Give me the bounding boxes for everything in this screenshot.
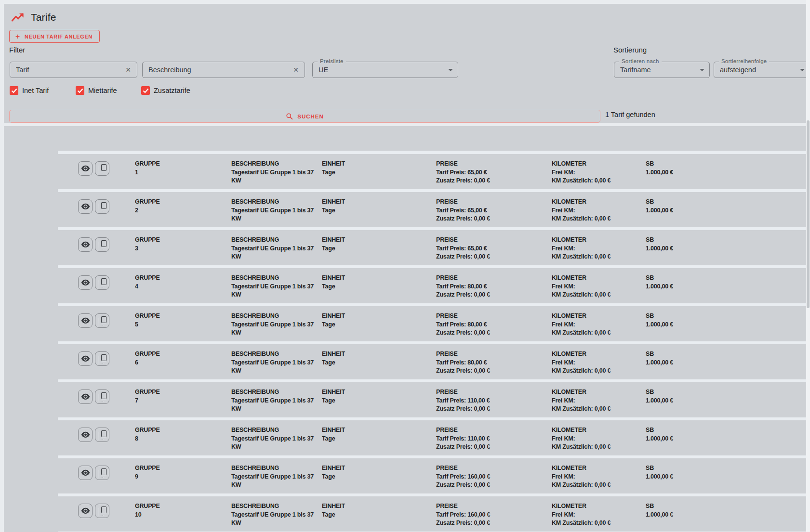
- eye-icon: [81, 317, 90, 324]
- gruppe-value: 2: [135, 207, 231, 215]
- new-tariff-label: NEUEN TARIF ANLEGEN: [25, 34, 93, 39]
- sortierung-heading: Sortierung: [613, 46, 647, 54]
- preise-cell: PREISE Tarif Preis: 65,00 € Zusatz Preis…: [436, 198, 552, 222]
- tarif-preis-value: Tarif Preis: 80,00 €: [436, 359, 552, 367]
- einheit-value: Tage: [322, 169, 436, 177]
- copy-icon: [98, 506, 106, 516]
- gruppe-label: GRUPPE: [135, 350, 231, 358]
- km-zusatz-value: KM Zusätzlich: 0,00 €: [552, 215, 646, 223]
- einheit-cell: EINHEIT Tage: [322, 312, 436, 329]
- sb-cell: SB 1.000,00 €: [646, 350, 806, 367]
- gruppe-value: 8: [135, 435, 231, 443]
- kilometer-label: KILOMETER: [552, 502, 646, 510]
- einheit-label: EINHEIT: [322, 198, 436, 206]
- preise-cell: PREISE Tarif Preis: 160,00 € Zusatz Prei…: [436, 502, 552, 527]
- kilometer-label: KILOMETER: [552, 388, 646, 396]
- copy-group-button[interactable]: [95, 161, 109, 176]
- sortieren-nach-select[interactable]: Sortieren nach Tarifname: [614, 62, 710, 78]
- km-zusatz-value: KM Zusätzlich: 0,00 €: [552, 253, 646, 261]
- preise-cell: PREISE Tarif Preis: 80,00 € Zusatz Preis…: [436, 312, 552, 337]
- checkbox-miettarife[interactable]: Miettarife: [76, 86, 117, 95]
- einheit-value: Tage: [322, 283, 436, 291]
- group-rows-list: GRUPPE 1 BESCHREIBUNG Tagestarif UE Grup…: [58, 151, 806, 532]
- clear-icon[interactable]: ✕: [124, 66, 132, 74]
- copy-group-button[interactable]: [95, 237, 109, 252]
- view-group-button[interactable]: [78, 237, 93, 252]
- gruppe-label: GRUPPE: [135, 502, 231, 510]
- view-group-button[interactable]: [78, 389, 93, 404]
- einheit-label: EINHEIT: [322, 388, 436, 396]
- sortierreihenfolge-select[interactable]: Sortierreihenfolge aufsteigend: [714, 62, 810, 78]
- tariff-group-row: GRUPPE 9 BESCHREIBUNG Tagestarif UE Grup…: [58, 458, 806, 493]
- tarif-input-value: Tarif: [16, 66, 124, 74]
- gruppe-value: 9: [135, 473, 231, 481]
- beschreibung-input[interactable]: Beschreibung ✕: [142, 62, 305, 78]
- copy-group-button[interactable]: [95, 504, 109, 518]
- einheit-value: Tage: [322, 397, 436, 405]
- tarif-preis-value: Tarif Preis: 65,00 €: [436, 245, 552, 253]
- sb-cell: SB 1.000,00 €: [646, 312, 806, 329]
- kilometer-cell: KILOMETER Frei KM: KM Zusätzlich: 0,00 €: [552, 236, 646, 260]
- tariff-group-row: GRUPPE 5 BESCHREIBUNG Tagestarif UE Grup…: [58, 306, 806, 341]
- einheit-label: EINHEIT: [322, 312, 436, 320]
- view-group-button[interactable]: [78, 351, 93, 366]
- preise-label: PREISE: [436, 160, 552, 168]
- copy-group-button[interactable]: [95, 199, 109, 214]
- einheit-label: EINHEIT: [322, 350, 436, 358]
- copy-group-button[interactable]: [95, 428, 109, 442]
- preisliste-label: Preisliste: [318, 58, 346, 64]
- view-group-button[interactable]: [78, 428, 93, 442]
- preisliste-select[interactable]: Preisliste UE: [312, 62, 458, 78]
- copy-group-button[interactable]: [95, 466, 109, 480]
- checkbox-label: Miettarife: [88, 87, 117, 94]
- zusatz-preis-value: Zusatz Preis: 0,00 €: [436, 253, 552, 261]
- chevron-down-icon: [700, 69, 704, 71]
- view-group-button[interactable]: [78, 199, 93, 214]
- checkbox-label: Inet Tarif: [22, 87, 49, 94]
- einheit-cell: EINHEIT Tage: [322, 198, 436, 215]
- sb-cell: SB 1.000,00 €: [646, 388, 806, 405]
- beschreibung-value: Tagestarif UE Gruppe 1 bis 37 KW: [231, 435, 319, 451]
- view-group-button[interactable]: [78, 466, 93, 480]
- km-zusatz-value: KM Zusätzlich: 0,00 €: [552, 177, 646, 185]
- scrollbar-thumb[interactable]: [807, 120, 810, 308]
- copy-group-button[interactable]: [95, 275, 109, 290]
- kilometer-cell: KILOMETER Frei KM: KM Zusätzlich: 0,00 €: [552, 312, 646, 337]
- new-tariff-button[interactable]: + NEUEN TARIF ANLEGEN: [9, 30, 100, 43]
- view-group-button[interactable]: [78, 313, 93, 328]
- frei-km-value: Frei KM:: [552, 207, 646, 215]
- einheit-cell: EINHEIT Tage: [322, 464, 436, 481]
- tarif-input[interactable]: Tarif ✕: [10, 62, 137, 78]
- beschreibung-value: Tagestarif UE Gruppe 1 bis 37 KW: [231, 321, 319, 337]
- copy-group-button[interactable]: [95, 389, 109, 404]
- kilometer-label: KILOMETER: [552, 350, 646, 358]
- frei-km-value: Frei KM:: [552, 359, 646, 367]
- sortierreihenfolge-value: aufsteigend: [720, 66, 796, 74]
- zusatz-preis-value: Zusatz Preis: 0,00 €: [436, 215, 552, 223]
- scrollbar[interactable]: [806, 0, 810, 532]
- checkbox-inet-tarif[interactable]: Inet Tarif: [10, 86, 49, 95]
- copy-icon: [98, 202, 106, 211]
- clear-icon[interactable]: ✕: [292, 66, 300, 74]
- beschreibung-value: Tagestarif UE Gruppe 1 bis 37 KW: [231, 397, 319, 413]
- gruppe-value: 6: [135, 359, 231, 367]
- sb-value: 1.000,00 €: [646, 359, 806, 367]
- view-group-button[interactable]: [78, 504, 93, 518]
- beschreibung-label: BESCHREIBUNG: [231, 350, 322, 358]
- preise-label: PREISE: [436, 426, 552, 434]
- sb-cell: SB 1.000,00 €: [646, 426, 806, 443]
- sb-label: SB: [646, 502, 806, 510]
- checkbox-zusatztarife[interactable]: Zusatztarife: [141, 86, 190, 95]
- gruppe-label: GRUPPE: [135, 426, 231, 434]
- eye-icon: [81, 431, 90, 438]
- beschreibung-label: BESCHREIBUNG: [231, 160, 322, 168]
- view-group-button[interactable]: [78, 161, 93, 176]
- view-group-button[interactable]: [78, 275, 93, 290]
- copy-group-button[interactable]: [95, 313, 109, 328]
- search-button[interactable]: SUCHEN: [9, 110, 600, 123]
- copy-group-button[interactable]: [95, 351, 109, 366]
- page-title: Tarife: [31, 12, 56, 23]
- sortieren-nach-label: Sortieren nach: [619, 58, 662, 64]
- kilometer-cell: KILOMETER Frei KM: KM Zusätzlich: 0,00 €: [552, 388, 646, 413]
- zusatz-preis-value: Zusatz Preis: 0,00 €: [436, 291, 552, 299]
